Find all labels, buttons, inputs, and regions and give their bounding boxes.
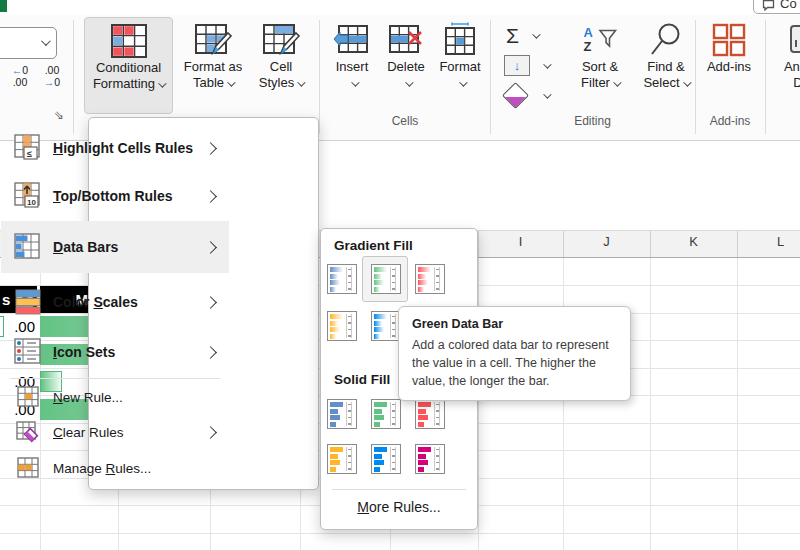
menu-item-color-scales[interactable]: Color Scales <box>1 277 229 327</box>
format-button[interactable]: Format <box>432 17 488 87</box>
clear-button[interactable] <box>506 86 549 105</box>
solid-fill-swatch-red[interactable] <box>415 399 445 429</box>
grid-line-vertical <box>563 258 564 550</box>
gradient-fill-swatch-orange[interactable] <box>327 311 357 341</box>
grid-line-vertical <box>650 258 651 550</box>
button-label-line1: Find & <box>647 59 685 75</box>
gradient-fill-swatch-red[interactable] <box>415 264 445 294</box>
cell-styles-button[interactable]: Cell Styles <box>248 17 314 91</box>
label-key: C <box>53 425 63 440</box>
format-as-table-button[interactable]: Format as Table <box>178 17 248 91</box>
grid-line-vertical <box>737 258 738 550</box>
excel-logo-fragment <box>0 0 7 12</box>
format-cells-icon <box>441 21 479 59</box>
solid-fill-swatch-light-blue[interactable] <box>371 444 401 474</box>
tooltip-body: Add a colored data bar to represent the … <box>412 337 617 390</box>
increase-decimal-button[interactable]: ←0 .00 <box>5 64 35 94</box>
more-rules-item[interactable]: More Rules... <box>320 499 478 515</box>
delete-button[interactable]: Delete <box>380 17 432 87</box>
sort-filter-button[interactable]: A Z Sort & Filter <box>563 17 637 91</box>
comment-icon <box>762 0 775 11</box>
data-bars-icon <box>13 233 43 261</box>
submenu-arrow-icon <box>204 142 217 155</box>
fill-button[interactable]: ↓ <box>504 55 549 76</box>
gradient-fill-swatch-blue[interactable] <box>327 264 357 294</box>
icon-sets-icon <box>13 338 43 366</box>
submenu-arrow-icon <box>204 346 217 359</box>
submenu-arrow-icon <box>204 426 217 439</box>
comments-button[interactable]: Co <box>753 0 800 14</box>
label-key: S <box>93 294 102 310</box>
chevron-down-icon <box>459 78 467 86</box>
label-key: R <box>106 461 116 476</box>
insert-cells-icon <box>333 21 371 59</box>
button-label-line1: Cell <box>270 59 292 75</box>
solid-fill-swatch-purple[interactable] <box>415 444 445 474</box>
color-scales-icon <box>13 288 43 316</box>
button-label-line1: Format as <box>184 59 243 75</box>
sigma-icon: Σ <box>506 24 519 48</box>
sort-filter-icon: A Z <box>581 21 619 59</box>
grid-line-horizontal <box>0 533 800 534</box>
column-header-I[interactable]: I <box>478 234 563 254</box>
add-ins-button[interactable]: Add-ins <box>698 17 760 75</box>
blue-arrow-left: ← <box>12 64 23 76</box>
eraser-icon <box>502 82 529 109</box>
solid-fill-swatch-orange[interactable] <box>327 444 357 474</box>
menu-item-highlight-cells-rules[interactable]: ≤ Highlight Cells Rules <box>1 125 229 171</box>
chevron-down-icon <box>297 78 305 86</box>
dialog-launcher-icon[interactable]: ⇘ <box>52 108 66 122</box>
solid-fill-swatch-blue[interactable] <box>327 399 357 429</box>
submenu-separator <box>332 489 466 490</box>
button-label-line2: Select <box>643 75 679 90</box>
button-label: Delete <box>387 59 425 75</box>
submenu-arrow-icon <box>204 296 217 309</box>
menu-item-manage-rules[interactable]: Manage Rules... <box>1 451 229 485</box>
svg-text:≤: ≤ <box>27 149 32 159</box>
svg-text:A: A <box>584 25 593 40</box>
gradient-fill-swatch-light-blue[interactable] <box>371 311 401 341</box>
menu-item-top-bottom-rules[interactable]: 10 Top/Bottom Rules <box>1 173 229 219</box>
chevron-down-icon <box>158 79 166 87</box>
button-label-line2: Filter <box>581 75 610 90</box>
label-key: M <box>357 499 369 515</box>
analyze-data-icon <box>788 21 800 59</box>
label-pre: Color <box>53 294 93 310</box>
label-key: D <box>53 239 63 255</box>
menu-item-clear-rules[interactable]: Clear Rules <box>1 415 229 449</box>
add-ins-group-label: Add-ins <box>695 114 765 130</box>
button-label-line1: Analyze <box>784 59 800 75</box>
column-header-J[interactable]: J <box>563 234 650 254</box>
find-select-button[interactable]: Find & Select <box>637 17 695 91</box>
label-post: ew Rule... <box>63 390 123 405</box>
chevron-down-icon <box>227 78 235 86</box>
insert-button[interactable]: Insert <box>326 17 378 87</box>
add-ins-icon <box>710 21 748 59</box>
conditional-formatting-button[interactable]: Conditional Formatting <box>84 17 173 114</box>
column-header-K[interactable]: K <box>650 234 737 254</box>
decrease-decimal-button[interactable]: .00 →0 <box>37 64 67 94</box>
top-bottom-rules-icon: 10 <box>13 182 43 210</box>
fill-down-icon: ↓ <box>504 55 530 76</box>
menu-item-data-bars[interactable]: Data Bars <box>1 221 229 273</box>
submenu-arrow-icon <box>204 190 217 203</box>
analyze-data-button[interactable]: Analyze Data <box>772 17 800 91</box>
menu-item-new-rule[interactable]: New Rule... <box>1 381 229 413</box>
group-separator <box>765 20 766 134</box>
column-header-L[interactable]: L <box>737 234 800 254</box>
gradient-fill-swatch-green[interactable] <box>371 264 401 294</box>
digit: 0 <box>54 76 60 88</box>
menu-item-icon-sets[interactable]: Icon Sets <box>1 329 229 375</box>
excel-window: Co ←0 .00 .00 →0 ⇘ Conditional Formattin… <box>0 0 800 550</box>
label-post: ules... <box>115 461 151 476</box>
cell-styles-icon <box>262 21 300 59</box>
solid-fill-swatch-green[interactable] <box>371 399 401 429</box>
label-post: ighlight Cells Rules <box>63 140 193 156</box>
button-label-line1: Conditional <box>96 60 161 76</box>
label-key: T <box>53 188 61 204</box>
number-format-combobox[interactable] <box>0 27 57 59</box>
autosum-button[interactable]: Σ <box>506 24 538 48</box>
label-post: ata Bars <box>63 239 118 255</box>
label-post: lear Rules <box>63 425 124 440</box>
digit: 0 <box>22 64 28 76</box>
